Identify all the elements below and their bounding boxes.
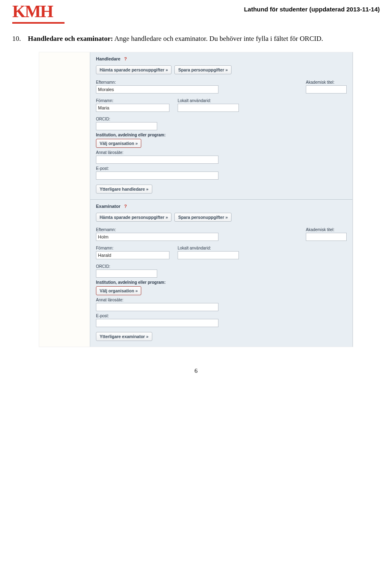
kmh-logo: KMH [12, 4, 65, 20]
pick-organisation-button[interactable]: Välj organisation » [96, 139, 141, 148]
left-empty-strip [39, 52, 90, 347]
label-fornamn: Förnamn: [96, 246, 169, 250]
header-right-text: Lathund för studenter (uppdaterad 2013-1… [244, 6, 380, 13]
fornamn-input[interactable] [96, 251, 169, 259]
intro-paragraph: 10. Handledare och examinator: Ange hand… [12, 33, 380, 44]
label-efternamn: Efternamn: [96, 80, 218, 85]
label-epost: E-post: [96, 166, 347, 171]
pick-organisation-button[interactable]: Välj organisation » [96, 286, 141, 295]
save-person-button[interactable]: Spara personuppgifter » [174, 213, 231, 222]
label-efternamn: Efternamn: [96, 227, 218, 232]
help-icon[interactable]: ? [124, 56, 127, 61]
label-lokalt-id: Lokalt användarid: [178, 98, 239, 103]
section-handledare: Handledare ? Hämta sparade personuppgift… [90, 52, 352, 199]
efternamn-input[interactable] [96, 233, 218, 241]
lokalt-id-input[interactable] [178, 104, 239, 112]
help-icon[interactable]: ? [124, 204, 127, 209]
lokalt-id-input[interactable] [178, 251, 239, 259]
label-lokalt-id: Lokalt användarid: [178, 246, 239, 250]
label-akademisk-titel: Akademisk titel: [306, 227, 347, 232]
examinator-title: Examinator ? [96, 204, 347, 209]
efternamn-input[interactable] [96, 85, 218, 94]
epost-input[interactable] [96, 172, 218, 180]
add-supervisor-button[interactable]: Ytterligare handledare » [96, 185, 152, 194]
handledare-title-text: Handledare [96, 56, 120, 61]
handledare-title: Handledare ? [96, 56, 347, 61]
epost-input[interactable] [96, 319, 218, 327]
logo-block: KMH [12, 4, 65, 24]
fornamn-input[interactable] [96, 104, 169, 112]
akademisk-titel-input[interactable] [306, 85, 347, 94]
intro-body: Ange handledare och examinator. Du behöv… [113, 35, 323, 42]
section-examinator: Examinator ? Hämta sparade personuppgift… [90, 199, 352, 347]
label-annat-larosate: Annat lärosäte: [96, 150, 347, 155]
fetch-person-button[interactable]: Hämta sparade personuppgifter » [96, 213, 172, 222]
orcid-input[interactable] [96, 270, 157, 278]
embedded-form-screenshot: Handledare ? Hämta sparade personuppgift… [39, 52, 353, 347]
label-epost: E-post: [96, 314, 347, 318]
save-person-button[interactable]: Spara personuppgifter » [174, 65, 231, 74]
annat-larosate-input[interactable] [96, 156, 218, 164]
logo-underline [12, 22, 65, 24]
akademisk-titel-input[interactable] [306, 233, 347, 241]
intro-number: 10. [12, 33, 26, 44]
add-examiner-button[interactable]: Ytterligare examinator » [96, 332, 152, 341]
intro-title: Handledare och examinator: [28, 35, 113, 42]
label-akademisk-titel: Akademisk titel: [306, 80, 347, 85]
page-number: 6 [12, 368, 380, 374]
orcid-input[interactable] [96, 122, 157, 130]
fetch-person-button[interactable]: Hämta sparade personuppgifter » [96, 65, 172, 74]
examinator-title-text: Examinator [96, 204, 120, 209]
label-orcid: ORCID: [96, 117, 347, 121]
label-fornamn: Förnamn: [96, 98, 169, 103]
label-institution: Institution, avdelning eller program: [96, 133, 347, 137]
label-orcid: ORCID: [96, 264, 347, 269]
form-area: Handledare ? Hämta sparade personuppgift… [90, 52, 353, 347]
label-annat-larosate: Annat lärosäte: [96, 298, 347, 302]
page-header: KMH Lathund för studenter (uppdaterad 20… [12, 4, 380, 24]
annat-larosate-input[interactable] [96, 303, 218, 311]
label-institution: Institution, avdelning eller program: [96, 280, 347, 285]
